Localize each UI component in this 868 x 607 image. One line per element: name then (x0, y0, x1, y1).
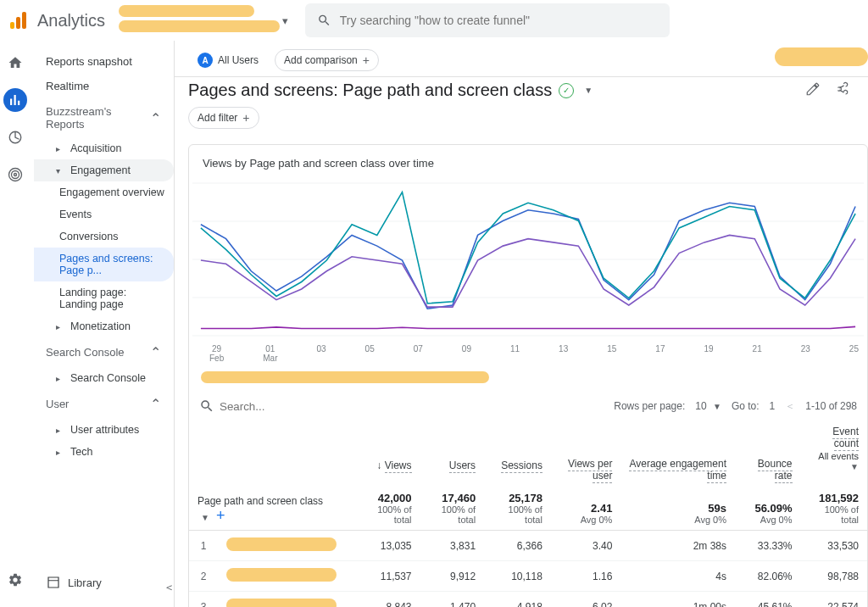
explore-icon[interactable] (3, 125, 27, 149)
sidebar-realtime[interactable]: Realtime (34, 74, 174, 98)
sidebar-tech[interactable]: ▸Tech (34, 441, 174, 463)
verified-icon: ✓ (559, 83, 574, 98)
col-bounce-rate[interactable]: Bounce rate56.09%Avg 0% (735, 420, 800, 531)
chart-x-axis: 29Feb01Mar030507091113151719212325 (189, 344, 867, 366)
sidebar-pages-screens[interactable]: Pages and screens: Page p... (34, 248, 174, 281)
data-table: Page path and screen class ▼+↓ Views42,0… (189, 420, 867, 607)
page-range: 1-10 of 298 (805, 400, 857, 412)
search-input[interactable] (340, 14, 658, 27)
redacted-date-range (775, 47, 868, 66)
goto-value[interactable]: 1 (770, 400, 776, 412)
sidebar-engagement[interactable]: ▾Engagement (34, 159, 174, 181)
redacted-legend (201, 371, 489, 383)
sidebar-conversions[interactable]: Conversions (34, 226, 174, 248)
rows-per-page-select[interactable]: 10 ▼ (695, 400, 721, 412)
col-average-engagement-time[interactable]: Average engagement time59sAvg 0% (620, 420, 735, 531)
home-icon[interactable] (3, 51, 27, 75)
nav-rail (0, 41, 31, 607)
report-card: Views by Page path and screen class over… (188, 144, 868, 607)
col-event-count[interactable]: Event countAll events ▼181,592100% of to… (801, 420, 868, 531)
title-bar: Pages and screens: Page path and screen … (175, 77, 868, 107)
page-title: Pages and screens: Page path and screen … (188, 81, 552, 100)
top-bar: Analytics ▾ (0, 0, 868, 41)
segment-all-users[interactable]: AAll Users (188, 49, 268, 71)
sidebar-user-attributes[interactable]: ▸User attributes (34, 419, 174, 441)
sidebar-user-head[interactable]: User⌃ (34, 389, 174, 419)
settings-icon[interactable] (8, 572, 23, 590)
reports-icon[interactable] (3, 88, 27, 112)
add-filter-button[interactable]: Add filter+ (188, 107, 259, 129)
share-icon[interactable] (834, 81, 849, 99)
sidebar-engagement-overview[interactable]: Engagement overview (34, 181, 174, 203)
sidebar-events[interactable]: Events (34, 203, 174, 226)
col-views[interactable]: ↓ Views42,000100% of total (356, 420, 420, 531)
sidebar-group-buzzstream[interactable]: Buzzstream's Reports⌃ (34, 98, 174, 137)
add-dimension-icon[interactable]: + (216, 507, 225, 524)
account-selector[interactable]: ▾ (112, 3, 298, 37)
table-row[interactable]: 38,8431,4704,9186.021m 00s45.61%22,574 (189, 592, 867, 608)
rows-per-page-label: Rows per page: (614, 400, 685, 412)
advertising-icon[interactable] (3, 163, 27, 187)
customize-icon[interactable] (805, 81, 821, 99)
title-dropdown-icon[interactable]: ▼ (584, 86, 593, 95)
sidebar-reports-snapshot[interactable]: Reports snapshot (34, 49, 174, 74)
main-content: AAll Users Add comparison+ Pages and scr… (175, 41, 868, 607)
sidebar-search-console[interactable]: ▸Search Console (34, 367, 174, 389)
sidebar-landing-page[interactable]: Landing page: Landing page (34, 281, 174, 315)
analytics-logo-icon (10, 12, 27, 29)
line-chart[interactable] (189, 175, 867, 344)
table-row[interactable]: 113,0353,8316,3663.402m 38s33.33%33,530 (189, 531, 867, 561)
chart-title: Views by Page path and screen class over… (189, 145, 867, 175)
search-icon (317, 13, 331, 28)
sidebar-monetization[interactable]: ▸Monetization (34, 315, 174, 337)
collapse-panel-icon[interactable]: ＜ (164, 580, 175, 595)
col-views-per-user[interactable]: Views per user2.41Avg 0% (551, 420, 621, 531)
table-search-input[interactable] (220, 400, 287, 413)
table-search-icon (199, 398, 214, 414)
search-bar[interactable] (305, 3, 670, 37)
prev-page-icon[interactable]: ＜ (785, 399, 795, 414)
table-row[interactable]: 211,5379,91210,1181.164s82.06%98,788 (189, 561, 867, 592)
library-icon (46, 575, 61, 590)
table-toolbar: Rows per page: 10 ▼ Go to: 1 ＜ 1-10 of 2… (189, 392, 867, 420)
col-users[interactable]: Users17,460100% of total (420, 420, 485, 531)
goto-label: Go to: (732, 400, 760, 412)
sidebar-library[interactable]: Library (34, 566, 174, 599)
add-comparison-button[interactable]: Add comparison+ (275, 49, 379, 71)
brand-label: Analytics (37, 11, 105, 31)
sidebar-search-console-head[interactable]: Search Console⌃ (34, 337, 174, 367)
sidebar-acquisition[interactable]: ▸Acquisition (34, 137, 174, 159)
col-sessions[interactable]: Sessions25,178100% of total (484, 420, 551, 531)
segment-bar: AAll Users Add comparison+ (175, 41, 868, 77)
side-panel: Reports snapshot Realtime Buzzstream's R… (31, 41, 175, 607)
